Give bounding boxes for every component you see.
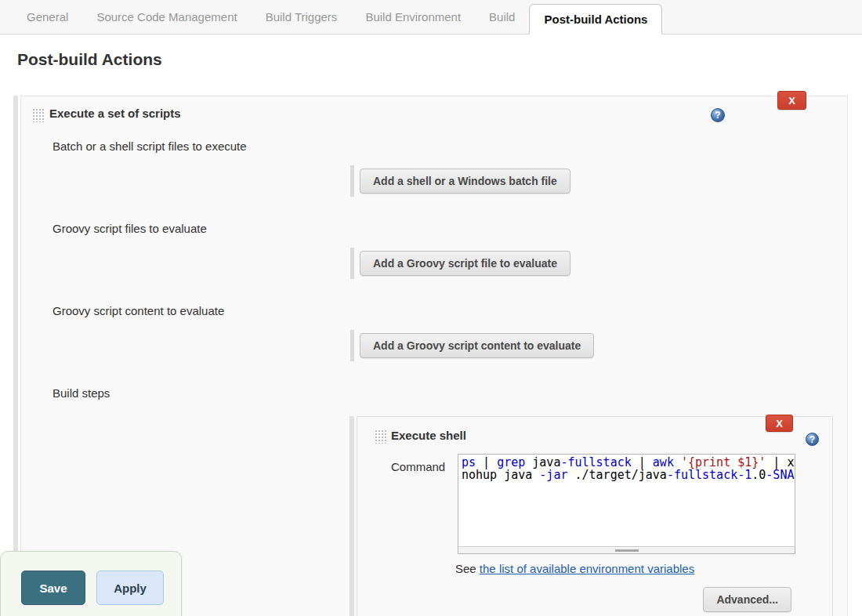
env-vars-link[interactable]: the list of available environment variab… bbox=[480, 562, 694, 575]
section-title: Execute a set of scripts bbox=[49, 107, 181, 120]
command-editor[interactable]: ps | grep java-fullstack | awk '{print $… bbox=[458, 454, 795, 554]
groovy-content-label: Groovy script content to evaluate bbox=[53, 304, 224, 317]
insertion-point-bar bbox=[350, 248, 354, 279]
execute-shell-step: Execute shell X ? Command ps | grep java… bbox=[357, 416, 833, 616]
tab-build-environment[interactable]: Build Environment bbox=[351, 0, 475, 34]
page-title: Post-build Actions bbox=[17, 50, 162, 69]
insertion-point-bar bbox=[350, 330, 354, 361]
advanced-button[interactable]: Advanced... bbox=[703, 587, 791, 612]
add-groovy-file-button[interactable]: Add a Groovy script file to evaluate bbox=[360, 251, 570, 276]
tab-post-build-actions[interactable]: Post-build Actions bbox=[529, 4, 662, 34]
step-drag-strip bbox=[350, 416, 354, 616]
help-icon[interactable]: ? bbox=[711, 108, 725, 122]
tab-build-triggers[interactable]: Build Triggers bbox=[252, 0, 352, 34]
env-vars-hint: See the list of available environment va… bbox=[455, 562, 694, 575]
batch-shell-label: Batch or a shell script files to execute bbox=[53, 140, 247, 153]
add-shell-batch-button[interactable]: Add a shell or a Windows batch file bbox=[360, 168, 570, 194]
resize-grip-icon bbox=[615, 549, 639, 552]
tab-general[interactable]: General bbox=[13, 0, 82, 34]
delete-step-button[interactable]: X bbox=[766, 415, 793, 432]
add-groovy-content-button[interactable]: Add a Groovy script content to evaluate bbox=[360, 333, 594, 358]
tab-source-code-management[interactable]: Source Code Management bbox=[82, 0, 251, 34]
drag-handle-icon[interactable] bbox=[375, 429, 386, 444]
execute-shell-title: Execute shell bbox=[391, 429, 466, 442]
section-drag-strip bbox=[13, 96, 18, 616]
build-steps-label: Build steps bbox=[53, 386, 110, 400]
insertion-point-bar bbox=[350, 165, 354, 197]
save-button[interactable]: Save bbox=[21, 571, 85, 605]
jenkins-config-page: General Source Code Management Build Tri… bbox=[0, 0, 862, 616]
drag-handle-icon[interactable] bbox=[32, 108, 44, 122]
editor-resize-bar[interactable] bbox=[458, 546, 795, 553]
see-prefix: See bbox=[455, 562, 480, 575]
config-tab-bar: General Source Code Management Build Tri… bbox=[0, 0, 862, 34]
groovy-files-label: Groovy script files to evaluate bbox=[53, 222, 207, 235]
command-label: Command bbox=[391, 460, 445, 473]
command-code[interactable]: ps | grep java-fullstack | awk '{print $… bbox=[458, 455, 795, 546]
delete-section-button[interactable]: X bbox=[777, 91, 806, 110]
apply-button[interactable]: Apply bbox=[96, 571, 164, 605]
tab-build[interactable]: Build bbox=[475, 0, 529, 34]
bottom-action-bar: Save Apply bbox=[0, 551, 182, 616]
help-icon[interactable]: ? bbox=[806, 433, 819, 446]
